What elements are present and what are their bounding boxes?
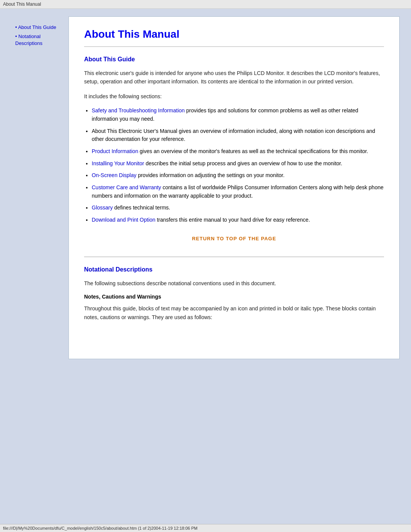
list-item: Glossary defines technical terms. — [92, 204, 384, 212]
list-item: Download and Print Option transfers this… — [92, 216, 384, 224]
list-item-text-3: gives an overview of the monitor's featu… — [140, 148, 368, 154]
section-divider — [84, 257, 384, 257]
list-item: Safety and Troubleshooting Information p… — [92, 107, 384, 123]
title-bar-text: About This Manual — [3, 2, 41, 7]
status-bar: file:///D|/My%20Documents/dfu/C_model/en… — [0, 524, 411, 532]
list-item-text-2: About This Electronic User's Manual give… — [92, 128, 375, 142]
page-title: About This Manual — [84, 28, 384, 40]
status-bar-text: file:///D|/My%20Documents/dfu/C_model/en… — [3, 526, 198, 530]
link-download-print[interactable]: Download and Print Option — [92, 217, 155, 223]
sidebar: About This Guide Notational Descriptions — [11, 16, 68, 359]
link-customer-care[interactable]: Customer Care and Warranty — [92, 184, 161, 190]
about-bullet-list: Safety and Troubleshooting Information p… — [92, 107, 384, 224]
link-osd[interactable]: On-Screen Display — [92, 172, 137, 178]
list-item-text-5: provides information on adjusting the se… — [138, 172, 284, 178]
list-item: On-Screen Display provides information o… — [92, 171, 384, 180]
link-glossary[interactable]: Glossary — [92, 204, 113, 211]
about-intro-text: This electronic user's guide is intended… — [84, 69, 384, 86]
list-item: Customer Care and Warranty contains a li… — [92, 184, 384, 200]
list-item-text-4: describes the initial setup process and … — [146, 160, 342, 166]
link-installing-monitor[interactable]: Installing Your Monitor — [92, 160, 144, 166]
sidebar-item-about-this-guide[interactable]: About This Guide — [15, 24, 65, 31]
about-includes-text: It includes the following sections: — [84, 92, 384, 101]
sidebar-link-notational[interactable]: Notational Descriptions — [15, 34, 43, 46]
return-to-top-link[interactable]: RETURN TO TOP OF THE PAGE — [84, 236, 384, 241]
link-safety[interactable]: Safety and Troubleshooting Information — [92, 107, 185, 113]
divider-top — [84, 46, 384, 47]
section-about-this-guide: About This Guide This electronic user's … — [84, 56, 384, 241]
subsection-title-notes: Notes, Cautions and Warnings — [84, 294, 384, 300]
link-product-info[interactable]: Product Information — [92, 148, 138, 154]
section-notational-descriptions: Notational Descriptions The following su… — [84, 266, 384, 321]
sidebar-link-about[interactable]: About This Guide — [18, 24, 56, 30]
content-area: About This Manual About This Guide This … — [68, 16, 400, 359]
list-item: Installing Your Monitor describes the in… — [92, 160, 384, 168]
notational-subsection-text: Throughout this guide, blocks of text ma… — [84, 304, 384, 321]
list-item: About This Electronic User's Manual give… — [92, 127, 384, 144]
title-bar: About This Manual — [0, 0, 411, 9]
sidebar-item-notational-descriptions[interactable]: Notational Descriptions — [15, 33, 65, 47]
notational-intro-text: The following subsections describe notat… — [84, 279, 384, 288]
list-item-text-8: transfers this entire manual to your har… — [157, 217, 310, 223]
list-item: Product Information gives an overview of… — [92, 147, 384, 156]
section-title-about: About This Guide — [84, 56, 384, 63]
list-item-text-7: defines technical terms. — [114, 204, 170, 211]
section-title-notational: Notational Descriptions — [84, 266, 384, 273]
